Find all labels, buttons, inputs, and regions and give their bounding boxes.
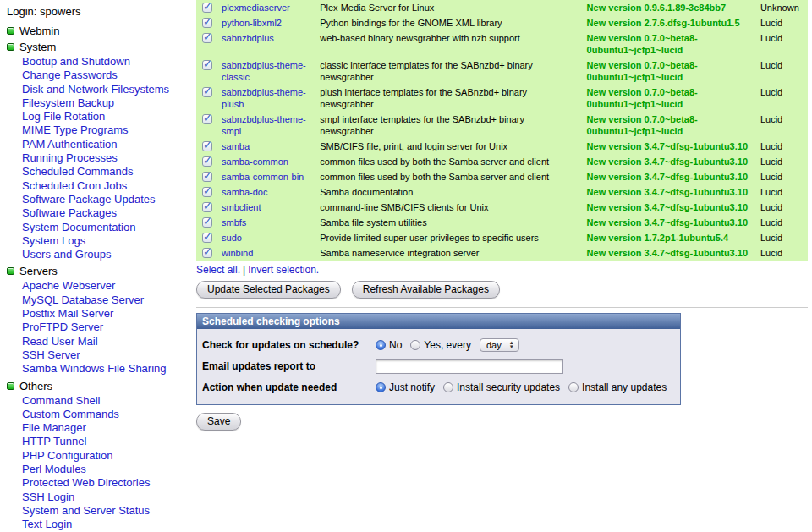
- package-row: sabnzbdplusweb-based binary newsgrabber …: [196, 30, 808, 58]
- sidebar-item-software-packages[interactable]: Software Packages: [7, 206, 195, 220]
- package-description: command-line SMB/CIFS clients for Unix: [316, 200, 583, 215]
- check-schedule-label: Check for updates on schedule?: [202, 339, 376, 351]
- update-action-radio-install-any-updates[interactable]: [568, 382, 579, 392]
- package-checkbox[interactable]: [202, 33, 212, 43]
- sidebar-item-system-documentation[interactable]: System Documentation: [7, 221, 195, 234]
- save-button[interactable]: Save: [196, 413, 241, 431]
- sidebar-item-postfix-mail-server[interactable]: Postfix Mail Server: [7, 307, 195, 321]
- update-action-radio-install-security-updates[interactable]: [443, 382, 453, 392]
- sidebar-item-text-login[interactable]: Text Login: [7, 518, 195, 531]
- sidebar-section-others[interactable]: Others: [7, 380, 195, 392]
- update-selected-packages-button[interactable]: Update Selected Packages: [196, 281, 341, 299]
- update-action-option-install-security-updates[interactable]: Install security updates: [443, 381, 560, 393]
- sidebar-item-system-logs[interactable]: System Logs: [7, 234, 195, 248]
- package-checkbox[interactable]: [202, 233, 212, 243]
- package-link-samba-common-bin[interactable]: samba-common-bin: [222, 172, 304, 182]
- login-label: Login:: [7, 5, 36, 18]
- package-link-winbind[interactable]: winbind: [222, 248, 253, 258]
- package-checkbox[interactable]: [202, 217, 212, 228]
- package-checkbox[interactable]: [202, 141, 212, 151]
- update-action-radio-just-notify[interactable]: [376, 382, 386, 392]
- package-distro: Lucid: [757, 30, 808, 58]
- package-checkbox[interactable]: [202, 187, 212, 197]
- package-checkbox[interactable]: [202, 202, 212, 212]
- sidebar-item-mysql-database-server[interactable]: MySQL Database Server: [7, 293, 195, 307]
- package-link-python-libxml2[interactable]: python-libxml2: [222, 18, 282, 28]
- refresh-available-packages-button[interactable]: Refresh Available Packages: [352, 281, 500, 299]
- category-icon: [7, 27, 14, 35]
- package-distro: Lucid: [757, 215, 808, 230]
- sidebar-item-filesystem-backup[interactable]: Filesystem Backup: [7, 96, 195, 110]
- sidebar-item-scheduled-cron-jobs[interactable]: Scheduled Cron Jobs: [7, 179, 195, 193]
- package-link-smbfs[interactable]: smbfs: [222, 217, 246, 228]
- package-checkbox[interactable]: [202, 156, 212, 167]
- sidebar-item-pam-authentication[interactable]: PAM Authentication: [7, 138, 195, 151]
- sidebar-item-software-package-updates[interactable]: Software Package Updates: [7, 193, 195, 206]
- schedule-period-select[interactable]: day ▲▼: [480, 338, 519, 352]
- sidebar-item-read-user-mail[interactable]: Read User Mail: [7, 335, 195, 348]
- sidebar-section-system[interactable]: System: [7, 41, 195, 53]
- invert-selection-link[interactable]: Invert selection.: [248, 264, 319, 276]
- sidebar-item-mime-type-programs[interactable]: MIME Type Programs: [7, 123, 195, 137]
- sidebar-item-file-manager[interactable]: File Manager: [7, 421, 195, 435]
- package-description: Python bindings for the GNOME XML librar…: [316, 15, 583, 30]
- update-action-option-install-any-updates[interactable]: Install any updates: [568, 381, 667, 393]
- package-link-sudo[interactable]: sudo: [222, 233, 242, 243]
- sidebar-item-ssh-login[interactable]: SSH Login: [7, 491, 195, 504]
- sidebar-item-ssh-server[interactable]: SSH Server: [7, 348, 195, 362]
- sidebar-item-change-passwords[interactable]: Change Passwords: [7, 69, 195, 82]
- sidebar-section-label: System: [19, 41, 56, 53]
- package-link-sabnzbdplus-theme-classic[interactable]: sabnzbdplus-theme-classic: [222, 60, 306, 82]
- check-schedule-option-yes-every[interactable]: Yes, every: [410, 339, 471, 351]
- sidebar-item-apache-webserver[interactable]: Apache Webserver: [7, 279, 195, 293]
- package-description: common files used by both the Samba serv…: [316, 154, 583, 169]
- sidebar-section-label: Others: [19, 380, 52, 392]
- check-schedule-option-no[interactable]: No: [376, 339, 402, 351]
- sidebar-item-php-configuration[interactable]: PHP Configuration: [7, 449, 195, 463]
- sidebar-item-http-tunnel[interactable]: HTTP Tunnel: [7, 435, 195, 448]
- radio-label: Just notify: [389, 381, 435, 393]
- package-link-sabnzbdplus[interactable]: sabnzbdplus: [222, 33, 274, 43]
- package-link-samba[interactable]: samba: [222, 141, 250, 151]
- package-checkbox[interactable]: [202, 114, 212, 124]
- sidebar-item-perl-modules[interactable]: Perl Modules: [7, 463, 195, 476]
- package-new-version: New version 1.7.2p1-1ubuntu5.4: [584, 230, 757, 245]
- sidebar-item-users-and-groups[interactable]: Users and Groups: [7, 248, 195, 261]
- package-link-sabnzbdplus-theme-plush[interactable]: sabnzbdplus-theme-plush: [222, 87, 306, 109]
- sidebar-item-custom-commands[interactable]: Custom Commands: [7, 408, 195, 421]
- package-checkbox[interactable]: [202, 3, 212, 13]
- package-row: python-libxml2Python bindings for the GN…: [196, 15, 808, 30]
- sidebar-item-running-processes[interactable]: Running Processes: [7, 151, 195, 165]
- check-schedule-radio-yes-every[interactable]: [410, 340, 420, 350]
- package-link-samba-doc[interactable]: samba-doc: [222, 187, 267, 197]
- update-action-option-just-notify[interactable]: Just notify: [376, 381, 435, 393]
- package-checkbox[interactable]: [202, 248, 212, 258]
- sidebar-item-log-file-rotation[interactable]: Log File Rotation: [7, 110, 195, 123]
- sidebar-item-samba-windows-file-sharing[interactable]: Samba Windows File Sharing: [7, 362, 195, 376]
- package-link-smbclient[interactable]: smbclient: [222, 202, 261, 212]
- sidebar-item-command-shell[interactable]: Command Shell: [7, 394, 195, 408]
- sidebar-item-protected-web-directories[interactable]: Protected Web Directories: [7, 476, 195, 490]
- package-new-version: New version 3.4.7~dfsg-1ubuntu3.10: [584, 245, 757, 261]
- sidebar-item-system-and-server-status[interactable]: System and Server Status: [7, 504, 195, 518]
- sidebar-item-proftpd-server[interactable]: ProFTPD Server: [7, 321, 195, 334]
- select-all-link[interactable]: Select all.: [196, 264, 240, 276]
- package-link-sabnzbdplus-theme-smpl[interactable]: sabnzbdplus-theme-smpl: [222, 114, 306, 136]
- check-schedule-radio-no[interactable]: [376, 340, 386, 350]
- sidebar-section-webmin[interactable]: Webmin: [7, 25, 195, 37]
- package-distro: Lucid: [757, 169, 808, 184]
- package-checkbox[interactable]: [202, 18, 212, 28]
- package-distro: Lucid: [757, 58, 808, 85]
- package-link-samba-common[interactable]: samba-common: [222, 156, 288, 167]
- sidebar-section-servers[interactable]: Servers: [7, 265, 195, 277]
- package-checkbox[interactable]: [202, 87, 212, 97]
- sidebar-item-disk-and-network-filesystems[interactable]: Disk and Network Filesystems: [7, 83, 195, 96]
- email-report-input[interactable]: [376, 359, 563, 374]
- package-link-plexmediaserver[interactable]: plexmediaserver: [222, 3, 290, 13]
- package-new-version: New version 3.4.7~dfsg-1ubuntu3.10: [584, 215, 757, 230]
- sidebar-item-scheduled-commands[interactable]: Scheduled Commands: [7, 165, 195, 178]
- sidebar-item-bootup-and-shutdown[interactable]: Bootup and Shutdown: [7, 55, 195, 69]
- package-checkbox[interactable]: [202, 172, 212, 182]
- package-checkbox[interactable]: [202, 60, 212, 70]
- schedule-period-value: day: [486, 340, 502, 350]
